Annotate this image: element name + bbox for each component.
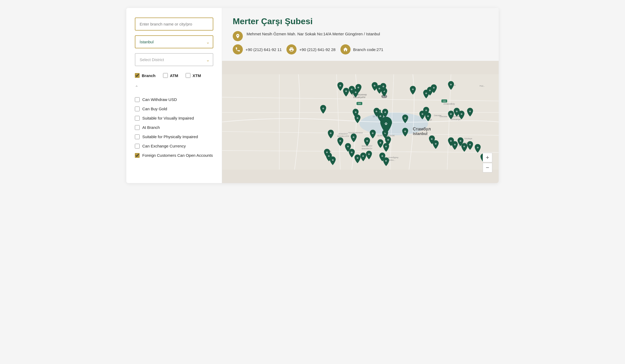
branch-checkbox[interactable] xyxy=(135,73,140,78)
svg-text:✿: ✿ xyxy=(431,138,433,140)
svg-text:✿: ✿ xyxy=(345,90,347,92)
branch-code-text: Branch code:271 xyxy=(353,47,383,52)
svg-text:✿: ✿ xyxy=(425,92,427,95)
xtm-label: XTM xyxy=(193,73,201,78)
feature-visually-impaired[interactable]: Suitable for Visually Impaired xyxy=(135,115,213,121)
svg-text:MAHALLESİ: MAHALLESİ xyxy=(337,135,349,137)
svg-text:✿: ✿ xyxy=(322,107,324,110)
svg-text:Üsküdar: Üsküdar xyxy=(440,115,448,118)
feature-withdraw-usd-checkbox[interactable] xyxy=(135,97,140,102)
feature-withdraw-usd[interactable]: Can Withdraw USD xyxy=(135,97,213,102)
svg-text:✿: ✿ xyxy=(384,111,386,113)
svg-text:✿: ✿ xyxy=(330,132,332,134)
svg-text:✿: ✿ xyxy=(357,157,359,159)
svg-text:✿: ✿ xyxy=(454,143,456,146)
atm-filter[interactable]: ATM xyxy=(163,73,178,78)
feature-visually-impaired-label: Suitable for Visually Impaired xyxy=(142,115,194,121)
svg-text:✿: ✿ xyxy=(357,86,359,89)
svg-text:✿: ✿ xyxy=(382,85,384,88)
feature-exchange-currency[interactable]: Can Exchange Currency xyxy=(135,143,213,149)
svg-text:Göztepe: Göztepe xyxy=(464,137,472,140)
svg-text:✿: ✿ xyxy=(469,143,471,146)
svg-text:ытинбурну: ытинбурну xyxy=(388,156,398,159)
svg-text:✿: ✿ xyxy=(368,153,370,155)
svg-text:✿: ✿ xyxy=(355,111,357,113)
svg-text:✿: ✿ xyxy=(347,145,349,148)
zoom-controls: + − xyxy=(483,153,492,172)
branch-code-item: Branch code:271 xyxy=(340,44,383,54)
svg-text:✿: ✿ xyxy=(328,155,330,157)
svg-text:✿: ✿ xyxy=(469,110,471,113)
feature-filters: Can Withdraw USD Can Buy Gold Suitable f… xyxy=(135,97,213,158)
svg-text:✿: ✿ xyxy=(381,155,383,157)
feature-buy-gold[interactable]: Can Buy Gold xyxy=(135,106,213,112)
feature-at-branch-label: At Branch xyxy=(142,125,160,130)
main-container: İstanbul ⌄ Select District ⌄ Branch ATM … xyxy=(126,8,499,183)
right-panel: Merter Çarşı Şubesi Mehmet Nesih Özmen M… xyxy=(222,8,499,183)
zoom-in-button[interactable]: + xyxy=(483,153,492,162)
map-container[interactable]: Башакшехир Başakşehir 15 TEMMUZ ATAKENT … xyxy=(222,61,499,183)
svg-text:✿: ✿ xyxy=(450,140,452,142)
district-select[interactable]: Select District xyxy=(135,53,213,66)
svg-text:E80: E80 xyxy=(443,100,446,102)
svg-text:✿: ✿ xyxy=(351,151,353,154)
zoom-out-button[interactable]: − xyxy=(483,163,492,172)
svg-text:Küçükçekmece: Küçükçekmece xyxy=(348,132,363,134)
feature-visually-impaired-checkbox[interactable] xyxy=(135,116,140,121)
svg-text:✿: ✿ xyxy=(456,110,458,113)
svg-text:ytinbu...: ytinbu... xyxy=(388,159,395,161)
city-select-wrapper: İstanbul ⌄ xyxy=(135,35,213,48)
atm-label: ATM xyxy=(170,73,178,78)
feature-physically-impaired-checkbox[interactable] xyxy=(135,134,140,139)
contacts-row: +90 (212) 641-92 11 +90 (212) 641-92 28 xyxy=(233,44,488,54)
feature-buy-gold-checkbox[interactable] xyxy=(135,107,140,111)
svg-text:Istanbul: Istanbul xyxy=(413,132,427,136)
svg-text:BAKIRKÖY: BAKIRKÖY xyxy=(362,147,373,150)
svg-text:✿: ✿ xyxy=(353,136,355,138)
svg-text:✿: ✿ xyxy=(463,145,465,148)
branch-info: Mehmet Nesih Özmen Mah. Nar Sokak No:14/… xyxy=(233,31,488,54)
phone-icon xyxy=(233,44,243,54)
svg-text:✿: ✿ xyxy=(404,130,406,133)
feature-withdraw-usd-label: Can Withdraw USD xyxy=(142,97,177,102)
svg-text:✿: ✿ xyxy=(339,140,341,142)
svg-text:✿: ✿ xyxy=(477,146,479,149)
feature-foreign-customers[interactable]: Foreign Customers Can Open Accounts xyxy=(135,153,213,158)
svg-text:✿: ✿ xyxy=(351,88,353,91)
svg-text:✿: ✿ xyxy=(425,109,427,112)
svg-text:✿: ✿ xyxy=(362,155,364,157)
feature-physically-impaired[interactable]: Suitable for Physically Impaired xyxy=(135,134,213,139)
svg-text:✿: ✿ xyxy=(460,140,461,142)
svg-text:✿: ✿ xyxy=(339,84,341,87)
search-input[interactable] xyxy=(135,18,213,31)
svg-text:✿: ✿ xyxy=(374,84,376,87)
feature-exchange-currency-label: Can Exchange Currency xyxy=(142,143,186,149)
fax-text: +90 (212) 641-92 28 xyxy=(299,47,335,52)
collapse-arrow[interactable]: ⌃ xyxy=(135,85,213,90)
phone-item: +90 (212) 641-92 11 xyxy=(233,44,282,54)
xtm-filter[interactable]: XTM xyxy=(186,73,201,78)
svg-text:✿: ✿ xyxy=(387,139,389,141)
atm-checkbox[interactable] xyxy=(163,73,168,78)
address-text: Mehmet Nesih Özmen Mah. Nar Sokak No:14/… xyxy=(247,31,380,37)
city-select[interactable]: İstanbul xyxy=(135,35,213,48)
branch-label: Branch xyxy=(142,73,156,78)
left-panel: İstanbul ⌄ Select District ⌄ Branch ATM … xyxy=(126,8,222,183)
svg-text:✿: ✿ xyxy=(332,159,334,161)
svg-text:E80: E80 xyxy=(358,103,361,104)
branch-filter[interactable]: Branch xyxy=(135,73,156,78)
home-svg xyxy=(343,47,348,52)
svg-text:✿: ✿ xyxy=(427,115,429,117)
feature-physically-impaired-label: Suitable for Physically Impaired xyxy=(142,134,198,139)
fax-item: +90 (212) 641-92 28 xyxy=(286,44,335,54)
district-select-wrapper: Select District ⌄ xyxy=(135,53,213,66)
svg-text:✿: ✿ xyxy=(461,113,462,115)
pin-svg xyxy=(235,33,240,39)
xtm-checkbox[interactable] xyxy=(186,73,190,78)
feature-exchange-currency-checkbox[interactable] xyxy=(135,144,140,149)
svg-text:✿: ✿ xyxy=(429,89,431,92)
feature-at-branch-checkbox[interactable] xyxy=(135,125,140,130)
feature-at-branch[interactable]: At Branch xyxy=(135,125,213,130)
feature-foreign-customers-checkbox[interactable] xyxy=(135,153,140,158)
svg-text:✿: ✿ xyxy=(433,87,435,89)
